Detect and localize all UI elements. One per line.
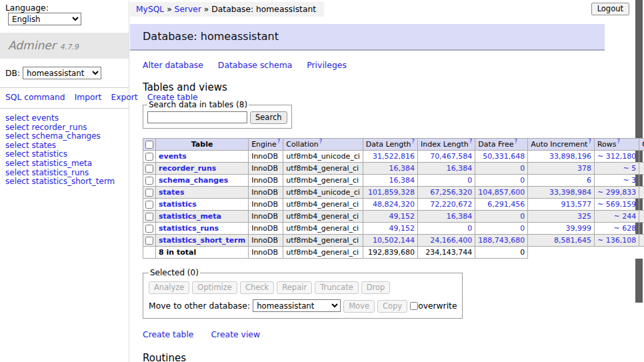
breadcrumb-link-mysql[interactable]: MySQL [136,5,164,14]
search-legend: Search data in tables (8) [147,100,249,109]
app-name: Adminer [8,39,56,52]
rows-count-cell: ~ 299,833 [594,187,639,199]
help-link[interactable]: ? [514,138,517,145]
row-checkbox-statistics-short-term[interactable] [145,237,153,245]
select-all-checkbox[interactable] [145,141,153,149]
table-link-schema-changes[interactable]: schema_changes [159,176,228,185]
row-checkbox-statistics-meta[interactable] [145,213,153,221]
language-select[interactable]: English [8,13,81,25]
db-label: DB: [5,69,20,78]
engine-cell: InnoDB [249,235,283,247]
table-name-cell: statistics_runs [156,223,249,235]
footer-comment-cell [639,247,644,259]
tables-and-views-heading: Tables and views [143,81,605,93]
table-row-statistics-runs: statistics_runsInnoDButf8mb4_general_ci4… [143,223,644,235]
data-length-cell: 10,502,144 [363,235,417,247]
table-link-statistics-short-term[interactable]: statistics_short_term [159,236,245,245]
engine-cell: InnoDB [249,175,283,187]
table-link-events[interactable]: events [159,152,187,161]
table-name-cell: statistics_meta [156,211,249,223]
table-row-states: statesInnoDButf8mb4_unicode_ci101,859,32… [143,187,644,199]
data-length-cell: 31,522,816 [363,151,417,163]
sidebar-select-events-link[interactable]: select events [5,114,123,123]
row-checkbox-recorder-runs[interactable] [145,165,153,173]
database-schema-link[interactable]: Database schema [218,60,292,70]
auto-increment-cell: 378 [528,163,595,175]
drop-button[interactable]: Drop [361,281,391,294]
sidebar-select-statistics-runs-link[interactable]: select statistics_runs [5,169,123,178]
index-length-cell: 72,220,672 [418,199,475,211]
sidebar-select-statistics-short-term-link[interactable]: select statistics_short_term [5,177,123,187]
data-length-cell: 101,859,328 [363,187,417,199]
alter-database-link[interactable]: Alter database [143,60,203,70]
collation-cell: utf8mb4_general_ci [283,223,363,235]
row-checkbox-statistics-runs[interactable] [145,225,153,233]
privileges-link[interactable]: Privileges [307,60,347,70]
help-link[interactable]: ? [469,138,473,145]
sidebar-select-schema-changes-link[interactable]: select schema_changes [5,132,123,141]
table-row-statistics-short-term: statistics_short_termInnoDButf8mb4_gener… [143,235,644,247]
index-length-cell: 16,384 [418,211,475,223]
column-header-auto-increment: Auto Increment? [528,139,595,151]
help-link[interactable]: ? [588,138,591,145]
table-link-recorder-runs[interactable]: recorder_runs [159,164,216,173]
selected-fieldset: Selected (0) AnalyzeOptimizeCheckRepairT… [143,268,463,319]
table-name-cell: events [156,151,249,163]
data-free-cell: 6,291,456 [475,199,528,211]
table-link-statistics[interactable]: statistics [159,200,197,209]
overwrite-label-wrap: overwrite [410,301,457,311]
engine-cell: InnoDB [249,163,283,175]
row-checkbox-events[interactable] [145,153,153,161]
row-checkbox-states[interactable] [145,189,153,197]
database-action-links: Alter database Database schema Privilege… [143,60,605,70]
data-free-cell: 188,743,680 [475,235,528,247]
move-db-select[interactable]: homeassistant [253,299,341,312]
copy-button[interactable]: Copy [377,300,407,313]
breadcrumb-current: Database: homeassistant [211,5,316,14]
sidebar-select-states-link[interactable]: select states [5,141,123,151]
row-checkbox-statistics[interactable] [145,201,153,209]
data-free-cell: 0 [475,223,528,235]
table-link-statistics-meta[interactable]: statistics_meta [159,212,221,221]
repair-button[interactable]: Repair [277,281,312,294]
move-button[interactable]: Move [343,300,375,313]
help-link[interactable]: ? [617,138,621,145]
db-select[interactable]: homeassistant [23,67,101,79]
create-view-link[interactable]: Create view [211,329,260,339]
search-input[interactable] [147,111,247,123]
help-link[interactable]: ? [277,138,281,145]
index-length-cell: 16,384 [418,163,475,175]
check-button[interactable]: Check [240,281,274,294]
data-free-cell: 0 [475,163,528,175]
comment-cell [639,175,644,187]
table-link-states[interactable]: states [159,188,185,197]
search-button[interactable]: Search [250,111,287,124]
sidebar-link-sql-command[interactable]: SQL command [5,93,65,102]
column-header-table: Table [156,139,249,151]
table-name-cell: schema_changes [156,175,249,187]
main-content: MySQL » Server » Database: homeassistant… [130,0,605,362]
column-header-engine: Engine? [249,139,283,151]
overwrite-checkbox[interactable] [410,302,418,310]
table-link-statistics-runs[interactable]: statistics_runs [159,224,219,233]
help-link[interactable]: ? [412,138,415,145]
row-checkbox-schema-changes[interactable] [145,177,153,185]
truncate-button[interactable]: Truncate [315,281,359,294]
auto-increment-cell: 33,398,984 [528,187,595,199]
footer-data-free-cell: 0 [475,247,528,259]
index-length-cell: 70,467,584 [418,151,475,163]
comment-cell [639,211,644,223]
optimize-button[interactable]: Optimize [192,281,237,294]
language-bar: Language:English [0,0,129,28]
sidebar-select-recorder-runs-link[interactable]: select recorder_runs [5,123,123,133]
analyze-button[interactable]: Analyze [149,281,189,294]
column-header-data-length: Data Length? [363,139,417,151]
help-link[interactable]: ? [319,138,323,145]
breadcrumb-link-server[interactable]: Server [175,5,201,14]
table-row-events: eventsInnoDButf8mb4_unicode_ci31,522,816… [143,151,644,163]
footer-index-length-cell: 234,143,744 [418,247,475,259]
create-table-link[interactable]: Create table [143,329,194,339]
sidebar-link-import[interactable]: Import [75,93,102,102]
sidebar-select-statistics-meta-link[interactable]: select statistics_meta [5,159,123,169]
sidebar-select-statistics-link[interactable]: select statistics [5,150,123,159]
